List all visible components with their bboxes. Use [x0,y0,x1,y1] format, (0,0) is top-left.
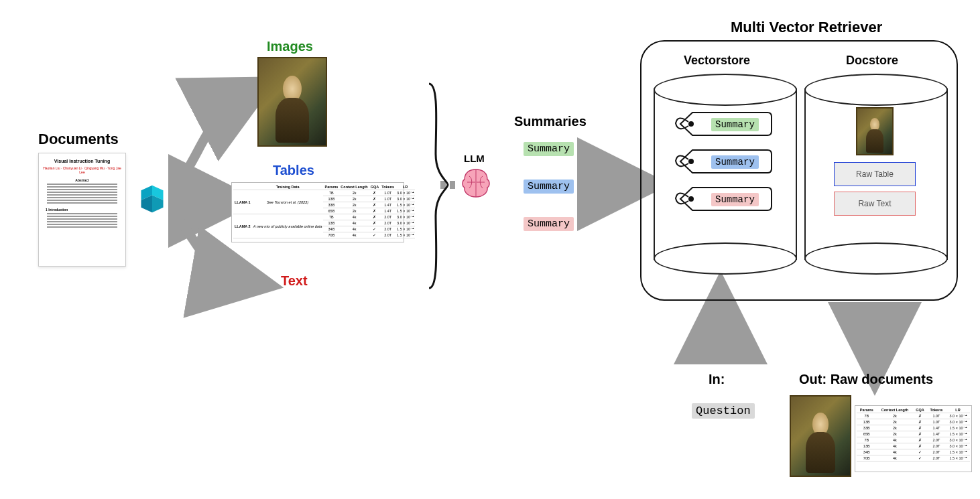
vector-tag-1: Summary [674,107,774,141]
vector-tag-2: Summary [674,145,774,178]
svg-point-2 [688,196,694,202]
vector-tag-3-text: Summary [711,193,759,206]
docstore-label: Docstore [846,54,898,68]
summaries-label: Summaries [514,114,587,129]
table-row: 65B2k✗1.4T1.5 × 10⁻⁴ [857,431,970,437]
vectorstore-cylinder: Summary Summary Summary [654,74,794,275]
summary-chip-green: Summary [524,142,574,156]
svg-point-0 [688,121,694,127]
images-label: Images [267,39,313,54]
vector-tag-1-text: Summary [711,118,759,131]
table-preview-table: Training DataParamsContext LengthGQAToke… [233,184,415,238]
out-label: Out: Raw documents [799,372,933,387]
unstructured-logo-icon [137,184,167,214]
document-paper: Visual Instruction Tuning Haotian Liu · … [38,153,126,267]
paper-intro-heading: 1 Introduction [46,208,121,212]
docstore-raw-text: Raw Text [834,192,916,216]
table-row: 7B4k✗2.0T3.0 × 10⁻⁴ [857,437,970,443]
mona-lisa-image-icon [257,57,327,147]
text-label: Text [281,273,308,289]
arrow-to-images [178,94,247,184]
table-row: LLAMA 2A new mix of publicly available o… [233,214,415,220]
paper-abstract-heading: Abstract [43,178,121,182]
in-label: In: [709,372,725,387]
curly-brace [429,84,448,288]
table-row: LLAMA 1See Touvron et al. (2023)7B2k✗1.0… [233,190,415,196]
table-row: 34B4k✓2.0T1.5 × 10⁻⁴ [857,449,970,455]
docstore-cylinder: Raw Table Raw Text [804,74,945,275]
paper-title: Visual Instruction Tuning [43,159,121,163]
summary-chip-pink: Summary [524,217,574,231]
documents-label: Documents [38,131,119,148]
svg-point-1 [688,159,694,164]
brain-icon [459,166,493,202]
diagram-canvas: Documents Visual Instruction Tuning Haot… [0,0,980,499]
tables-label: Tables [273,163,314,178]
docstore-image-icon [856,107,894,155]
table-row: 13B2k✗1.0T3.0 × 10⁻⁴ [857,419,970,425]
out-table: ParamsContext LengthGQATokensLR7B2k✗1.0T… [857,407,970,461]
out-mona-icon [790,395,851,477]
out-table-preview: ParamsContext LengthGQATokensLR7B2k✗1.0T… [855,405,972,472]
llm-label: LLM [464,153,485,164]
mvr-title: Multi Vector Retriever [731,19,882,36]
vectorstore-label: Vectorstore [684,54,750,68]
table-row: 7B2k✗1.0T3.0 × 10⁻⁴ [857,413,970,419]
paper-authors-line: Haotian Liu · Chunyuan Li · Qingyang Wu … [43,166,121,174]
question-chip: Question [692,403,755,419]
table-row: 70B4k✓2.0T1.5 × 10⁻⁴ [857,455,970,461]
summary-chip-blue: Summary [524,180,574,194]
vector-tag-3: Summary [674,182,774,216]
table-preview: Training DataParamsContext LengthGQAToke… [231,182,404,242]
docstore-raw-table: Raw Table [834,162,916,186]
table-row: 33B2k✗1.4T1.5 × 10⁻⁴ [857,425,970,431]
table-row: 13B4k✗2.0T3.0 × 10⁻⁴ [857,443,970,449]
vector-tag-2-text: Summary [711,155,759,169]
